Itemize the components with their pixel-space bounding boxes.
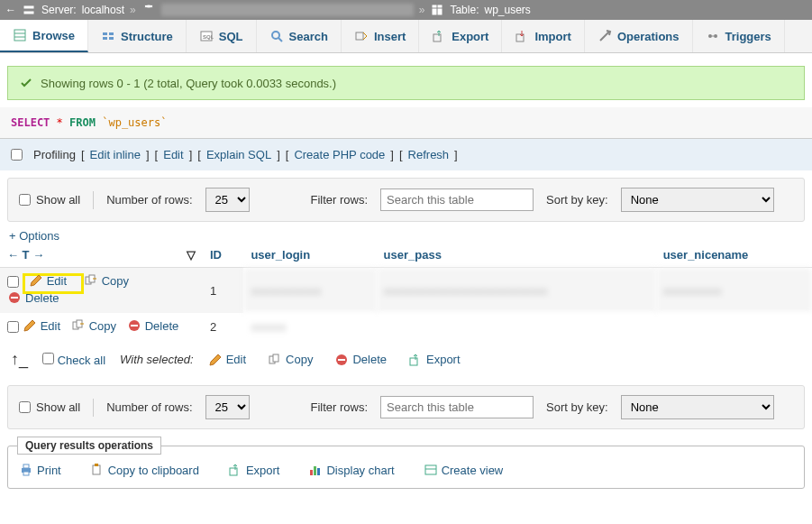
pencil-icon (23, 318, 37, 333)
row-edit-button[interactable]: Edit (29, 273, 67, 288)
row-checkbox[interactable] (7, 276, 19, 288)
sort-arrows-icon[interactable]: ← T → (7, 248, 44, 262)
edit-link[interactable]: Edit (163, 148, 183, 161)
tab-export[interactable]: Export (419, 20, 502, 52)
sql-query-box: SELECT * FROM `wp_users` (0, 107, 812, 139)
svg-rect-49 (425, 465, 436, 474)
tab-export-label: Export (452, 30, 488, 43)
svg-rect-39 (410, 358, 417, 365)
tab-import[interactable]: Import (502, 20, 584, 52)
sortkey-select[interactable]: None (621, 188, 774, 212)
query-results-operations-panel: Query results operations Print Copy to c… (7, 446, 805, 489)
copy-icon (268, 353, 282, 367)
withsel-edit-button[interactable]: Edit (208, 353, 246, 367)
col-user-login[interactable]: user_login (243, 243, 376, 268)
col-id[interactable]: ID (203, 243, 243, 268)
row-delete-button[interactable]: Delete (7, 290, 59, 305)
row-copy-button[interactable]: Copy (71, 318, 116, 333)
checkall-link[interactable]: Check all (58, 354, 105, 367)
breadcrumb-bar: ← Server: localhost » xxxxxxxxxxxxxxxxxx… (0, 0, 812, 20)
cell-user-pass (377, 313, 656, 341)
bracket: ] (277, 148, 280, 161)
checkall-checkbox[interactable] (42, 353, 54, 364)
tab-search[interactable]: Search (257, 20, 342, 52)
copyclip-button[interactable]: Copy to clipboard (90, 463, 199, 477)
tab-operations[interactable]: Operations (585, 20, 693, 52)
createview-button[interactable]: Create view (424, 463, 504, 477)
print-button[interactable]: Print (19, 463, 61, 477)
row-edit-button[interactable]: Edit (23, 318, 60, 333)
checkall-label[interactable]: Check all (42, 353, 105, 367)
chart-button[interactable]: Display chart (308, 463, 394, 477)
import-icon (515, 29, 529, 43)
svg-text:SQL: SQL (203, 34, 214, 40)
separator: » (130, 4, 136, 16)
svg-rect-47 (314, 466, 316, 475)
print-icon (19, 463, 33, 477)
numrows-select[interactable]: 25 (205, 395, 250, 419)
svg-rect-41 (23, 464, 29, 468)
svg-rect-42 (23, 472, 29, 475)
tab-browse-label: Browse (32, 29, 75, 42)
export-icon (408, 353, 423, 367)
tab-bar: Browse Structure SQL SQL Search Insert E… (0, 20, 812, 53)
server-label: Server: (41, 4, 77, 16)
clipboard-icon (90, 463, 105, 477)
database-value[interactable]: xxxxxxxxxxxxxxxxxxxxxxxxxxxxxx (161, 4, 414, 16)
tab-triggers-label: Triggers (725, 30, 771, 43)
separator: » (419, 4, 425, 16)
tab-insert[interactable]: Insert (342, 20, 419, 52)
svg-rect-29 (11, 297, 18, 299)
table-row: Edit Copy Delete 2 xxxxxx (0, 313, 812, 341)
row-delete-button[interactable]: Delete (127, 318, 179, 333)
insert-icon (354, 29, 369, 43)
filter-input[interactable] (380, 188, 534, 211)
server-link[interactable]: localhost (82, 4, 124, 16)
view-icon (424, 463, 438, 477)
chart-icon (308, 463, 323, 477)
nav-left-icon[interactable]: ← (5, 4, 16, 16)
table-row: Edit Copy Delete 1 xxxxxxxxxxxx xxxxxxxx… (0, 268, 812, 314)
export-icon (228, 463, 242, 477)
profiling-checkbox[interactable] (11, 149, 23, 161)
explain-link[interactable]: Explain SQL (206, 148, 271, 161)
col-user-pass[interactable]: user_pass (377, 243, 656, 268)
showall-checkbox[interactable] (19, 194, 31, 206)
sort-indicator-icon[interactable]: ▽ (187, 248, 196, 262)
refresh-link[interactable]: Refresh (408, 148, 450, 161)
tab-sql[interactable]: SQL SQL (187, 20, 257, 52)
createphp-link[interactable]: Create PHP code (294, 148, 385, 161)
filter-input[interactable] (380, 396, 534, 418)
svg-point-2 (144, 5, 153, 8)
withsel-export-button[interactable]: Export (408, 353, 461, 367)
arrow-up-icon: ↑_ (11, 350, 28, 369)
panel-title: Query results operations (17, 437, 161, 455)
showall-label[interactable]: Show all (19, 400, 80, 414)
bracket: ] (390, 148, 394, 161)
numrows-select[interactable]: 25 (205, 188, 250, 212)
showall-label[interactable]: Show all (19, 193, 80, 207)
tab-browse[interactable]: Browse (0, 20, 88, 52)
tab-import-label: Import (534, 30, 570, 43)
tablenav-top: Show all Number of rows: 25 Filter rows:… (7, 178, 805, 222)
col-user-nicename[interactable]: user_nicename (656, 243, 812, 268)
divider (93, 399, 94, 417)
delete-icon (334, 353, 349, 367)
cell-id: 2 (203, 313, 243, 341)
export-button[interactable]: Export (228, 463, 280, 477)
sortkey-select[interactable]: None (621, 395, 774, 419)
search-icon (269, 29, 284, 43)
cell-id: 1 (203, 268, 243, 314)
withsel-copy-button[interactable]: Copy (268, 353, 313, 367)
withsel-delete-button[interactable]: Delete (334, 353, 387, 367)
showall-checkbox[interactable] (19, 401, 31, 413)
options-toggle[interactable]: + Options (0, 225, 68, 246)
bracket: [ (81, 148, 85, 161)
editinline-link[interactable]: Edit inline (90, 148, 141, 161)
table-link[interactable]: wp_users (484, 4, 530, 16)
row-checkbox[interactable] (7, 321, 19, 333)
tab-structure[interactable]: Structure (88, 20, 187, 52)
cell-user-login: xxxxxx (243, 313, 376, 341)
row-copy-button[interactable]: Copy (84, 273, 129, 288)
tab-triggers[interactable]: Triggers (693, 20, 785, 52)
